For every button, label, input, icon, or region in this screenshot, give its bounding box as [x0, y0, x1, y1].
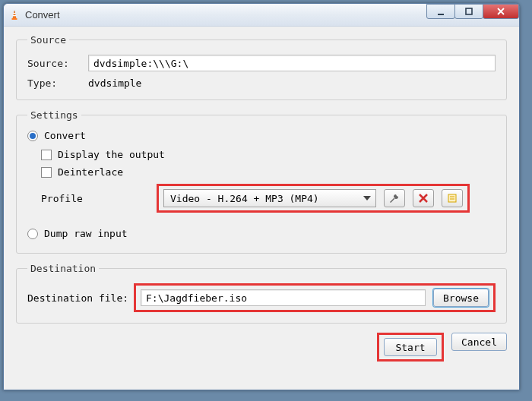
chevron-down-icon [363, 196, 371, 200]
cancel-button[interactable]: Cancel [451, 333, 507, 351]
svg-rect-4 [438, 14, 444, 15]
dest-label: Destination file: [27, 292, 134, 304]
profile-new-button[interactable] [442, 189, 463, 207]
dialog-body: Source Source: Type: dvdsimple Settings … [4, 27, 519, 390]
vlc-cone-icon [8, 9, 21, 21]
destination-highlight: Browse [134, 283, 496, 312]
svg-rect-2 [13, 15, 17, 16]
svg-rect-1 [13, 13, 16, 14]
type-label: Type: [27, 77, 88, 89]
minimize-button[interactable] [426, 4, 455, 19]
start-button[interactable]: Start [384, 338, 437, 356]
source-label: Source: [27, 58, 88, 69]
delete-x-icon [418, 193, 429, 204]
profile-delete-button[interactable] [413, 189, 434, 207]
browse-button[interactable]: Browse [433, 289, 489, 307]
settings-group: Settings Convert Display the output Dein… [16, 109, 507, 254]
destination-input[interactable] [141, 289, 426, 306]
svg-marker-0 [13, 11, 16, 18]
convert-dialog: Convert Source Source: Type: dvdsimple [3, 3, 520, 390]
display-output-checkbox[interactable] [41, 150, 52, 160]
convert-radio-label: Convert [44, 130, 86, 141]
display-output-label: Display the output [58, 149, 165, 160]
settings-legend: Settings [27, 109, 81, 121]
type-value: dvdsimple [88, 77, 141, 89]
svg-rect-6 [448, 194, 456, 202]
wrench-icon [388, 192, 401, 204]
maximize-button[interactable] [454, 4, 483, 19]
source-legend: Source [27, 34, 69, 46]
source-input[interactable] [88, 55, 496, 71]
dialog-buttons: Start Cancel [16, 333, 507, 362]
profile-select[interactable]: Video - H.264 + MP3 (MP4) [163, 189, 376, 207]
deinterlace-label: Deinterlace [58, 166, 123, 178]
dump-radio-label: Dump raw input [44, 228, 128, 239]
convert-radio[interactable] [27, 131, 38, 141]
source-group: Source Source: Type: dvdsimple [16, 34, 507, 100]
dump-radio[interactable] [27, 229, 38, 239]
profile-settings-button[interactable] [384, 189, 405, 207]
destination-legend: Destination [27, 263, 99, 274]
profile-label: Profile [27, 193, 149, 204]
window-buttons [427, 4, 519, 19]
titlebar[interactable]: Convert [4, 4, 519, 27]
close-button[interactable] [483, 4, 519, 19]
deinterlace-checkbox[interactable] [41, 167, 52, 178]
profile-select-value: Video - H.264 + MP3 (MP4) [170, 193, 319, 204]
svg-rect-5 [466, 8, 472, 14]
profile-highlight: Video - H.264 + MP3 (MP4) [157, 184, 470, 213]
start-highlight: Start [377, 333, 444, 362]
new-profile-icon [447, 193, 458, 204]
svg-rect-3 [12, 18, 17, 20]
destination-group: Destination Destination file: Browse [16, 263, 507, 324]
window-title: Convert [25, 9, 60, 21]
